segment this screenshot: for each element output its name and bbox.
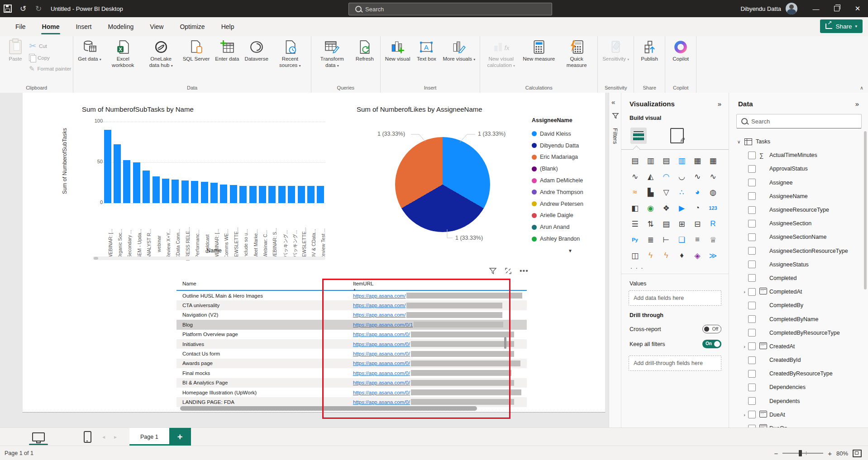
report-page[interactable]: Sum of NumberofSubTasks by Name Sum of N… (23, 93, 605, 413)
item-url-link[interactable]: https://app.asana.com/0/ (353, 360, 410, 366)
table-row[interactable]: Initiativeshttps://app.asana.com/0/ (176, 339, 527, 349)
table-row[interactable]: Awards pagehttps://app.asana.com/0/ (176, 359, 527, 368)
ribbon-chart-icon[interactable]: ≈ (629, 186, 641, 199)
get-data-button[interactable]: Get data ▾ (76, 38, 103, 64)
bar-include-so-u-14[interactable] (239, 186, 247, 203)
expand-field-icon[interactable]: › (741, 289, 748, 294)
100-stacked-bar-chart-icon[interactable]: ▦ (691, 154, 704, 167)
values-field-well[interactable]: Add data fields here (629, 290, 721, 306)
table-horizontal-scrollbar[interactable] (180, 406, 477, 411)
field-checkbox[interactable] (748, 274, 756, 282)
field-createdbyresourcetype[interactable]: CreatedByResourceType (729, 367, 868, 380)
desktop-view-icon[interactable] (28, 428, 49, 446)
new-page-button[interactable]: + (169, 428, 191, 446)
bar-newslette-13[interactable] (230, 185, 237, 203)
bar-sem-upda-3[interactable] (133, 162, 140, 203)
bar-chart-scrollbar[interactable] (93, 256, 325, 260)
python-visual-icon[interactable]: Py (629, 233, 641, 246)
field-checkbox[interactable] (748, 152, 756, 159)
table-row[interactable]: Contact Us formhttps://app.asana.com/0/ (176, 349, 527, 358)
dataverse-button[interactable]: Dataverse (242, 38, 270, 64)
table-row[interactable]: Platform Overview pagehttps://app.asana.… (176, 330, 527, 339)
item-url-link[interactable]: https://app.asana.com/0/ (353, 341, 410, 347)
field-completedbyname[interactable]: CompletedByName (729, 312, 868, 326)
table-icon[interactable]: ⊞ (676, 218, 688, 230)
bar-webinar-5[interactable] (153, 176, 160, 203)
table-row[interactable]: Final mockshttps://app.asana.com/0/ (176, 368, 527, 378)
item-url-link[interactable]: https://app.asana.com/0/ (353, 370, 410, 376)
table-row[interactable]: BI & Analytics Pagehttps://app.asana.com… (176, 378, 527, 388)
filters-rail-label[interactable]: Filters (612, 128, 619, 144)
more-custom-visual-icon[interactable]: ≫ (707, 249, 720, 262)
fit-to-page-icon[interactable] (853, 450, 862, 457)
scatter-chart-icon[interactable]: ∴ (676, 186, 688, 199)
stacked-bar-chart-icon[interactable]: ▤ (629, 154, 641, 167)
table-row[interactable]: Outline HUSL Main & Hero Imageshttps://a… (176, 291, 527, 300)
waterfall-chart-icon[interactable]: ▙ (644, 186, 657, 199)
data-search-input[interactable]: Search (736, 114, 862, 128)
bar-performanc-9[interactable] (191, 181, 198, 203)
bar-webinar-11[interactable] (210, 183, 218, 203)
menu-item-insert[interactable]: Insert (67, 17, 100, 36)
field-completedby[interactable]: CompletedBy (729, 299, 868, 312)
pie-chart-icon[interactable]: ◕ (691, 186, 704, 199)
field-approvalstatus[interactable]: ApprovalStatus (729, 162, 868, 175)
field-checkbox[interactable] (748, 192, 756, 200)
minimize-button[interactable]: — (806, 0, 826, 17)
filter-icon[interactable] (489, 267, 497, 275)
bar-webinar-0[interactable] (104, 130, 111, 203)
field-dueat[interactable]: ›DueAt (729, 408, 868, 422)
format-visual-tab[interactable] (670, 128, 684, 143)
field-completedbyresourcetype[interactable]: CompletedByResourceType (729, 326, 868, 340)
gauge-icon[interactable]: ◔ (691, 202, 704, 214)
field-actualtimeminutes[interactable]: ∑ActualTimeMinutes (729, 148, 868, 162)
field-checkbox[interactable] (748, 302, 756, 309)
table-vertical-scroll-thumb[interactable] (504, 337, 506, 349)
copilot-button[interactable]: Copilot (668, 38, 694, 64)
line-chart-icon[interactable]: ∿ (629, 170, 641, 183)
field-dependencies[interactable]: Dependencies (729, 380, 868, 394)
restore-button[interactable] (826, 0, 847, 17)
donut-chart-icon[interactable]: ◍ (707, 186, 720, 199)
page-tab[interactable]: Page 1 (129, 428, 169, 446)
more-options-icon[interactable]: ••• (520, 267, 529, 275)
zoom-out-icon[interactable]: − (774, 450, 778, 457)
build-visual-tab[interactable] (630, 128, 647, 144)
collapse-ribbon-icon[interactable]: ∧ (860, 85, 863, 91)
100-stacked-area-chart-icon[interactable]: ◡ (676, 170, 688, 183)
bar--18[interactable] (278, 186, 286, 203)
field-completed[interactable]: Completed (729, 271, 868, 285)
save-icon[interactable] (0, 0, 15, 17)
more-visuals-button[interactable]: More visuals ▾ (440, 38, 477, 64)
field-createdbyid[interactable]: CreatedById (729, 353, 868, 367)
bar-newslette-20[interactable] (298, 186, 305, 203)
field-checkbox[interactable] (748, 179, 756, 186)
card-icon[interactable]: 123 (707, 202, 720, 214)
bar-organic-soc-1[interactable] (114, 144, 121, 203)
bar-meet-marke-15[interactable] (249, 186, 257, 203)
item-url-link[interactable]: https://app.asana.com/0/1 (353, 322, 413, 327)
item-url-link[interactable]: https://app.asana.com/0/ (353, 351, 410, 356)
expand-filters-icon[interactable]: « (611, 98, 621, 106)
publish-button[interactable]: Publish (636, 38, 663, 64)
menu-item-file[interactable]: File (7, 17, 34, 36)
bar-chart-visual[interactable]: Sum of NumberofSubTasks by Name Sum of N… (66, 105, 337, 261)
field-checkbox[interactable] (748, 384, 756, 391)
pie-chart-visual[interactable]: Sum of NumberofLikes by AssigneeName 1 (… (357, 105, 628, 261)
mobile-view-icon[interactable] (77, 428, 98, 446)
bar--19[interactable] (288, 186, 295, 203)
field-dependents[interactable]: Dependents (729, 394, 868, 408)
collapse-table-icon[interactable]: ∨ (737, 139, 744, 144)
field-completedat[interactable]: ›CompletedAt (729, 285, 868, 299)
azure-map-icon[interactable]: ▶ (676, 202, 688, 214)
item-url-link[interactable]: https://app.asana.com/0/ (353, 390, 410, 395)
bar-review-x-y-6[interactable] (162, 179, 169, 203)
field-assigneesection[interactable]: AssigneeSection (729, 217, 868, 230)
multi-row-card-icon[interactable]: ☰ (629, 218, 641, 230)
menu-item-view[interactable]: View (142, 17, 172, 36)
clustered-bar-chart-icon[interactable]: ▤ (660, 154, 672, 167)
filters-funnel-icon[interactable] (612, 112, 619, 119)
table-visual[interactable]: Name ItemURL ▲ Outline HUSL Main & Hero … (176, 277, 527, 415)
table-row[interactable]: CTA universalityhttps://app.asana.com/ (176, 300, 527, 310)
menu-item-optimize[interactable]: Optimize (172, 17, 213, 36)
